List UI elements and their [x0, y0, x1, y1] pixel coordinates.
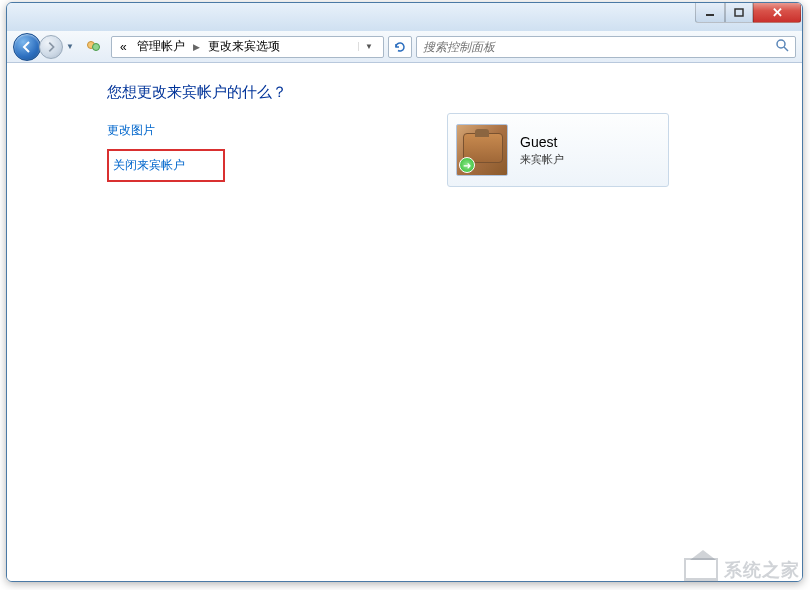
breadcrumb-separator-icon: ▶: [191, 42, 202, 52]
location-icon: [85, 38, 103, 56]
forward-button[interactable]: [39, 35, 63, 59]
svg-rect-1: [735, 9, 743, 16]
nav-history-dropdown[interactable]: ▼: [63, 36, 77, 58]
change-picture-link[interactable]: 更改图片: [107, 120, 447, 141]
maximize-button[interactable]: [725, 3, 753, 23]
account-name: Guest: [520, 134, 564, 150]
breadcrumb-manage-accounts[interactable]: 管理帐户: [133, 38, 189, 55]
account-column: ➜ Guest 来宾帐户: [447, 83, 669, 581]
minimize-button[interactable]: [695, 3, 725, 23]
address-dropdown[interactable]: ▼: [358, 42, 379, 51]
close-button[interactable]: ✕: [753, 3, 801, 23]
guest-account-tile[interactable]: ➜ Guest 来宾帐户: [447, 113, 669, 187]
refresh-button[interactable]: [388, 36, 412, 58]
back-button[interactable]: [13, 33, 41, 61]
account-info: Guest 来宾帐户: [520, 134, 564, 167]
svg-rect-0: [706, 14, 714, 16]
explorer-window: ✕ ▼ « 管理帐户 ▶ 更改来宾选项 ▼: [6, 2, 803, 582]
svg-point-3: [93, 43, 100, 50]
page-title: 您想更改来宾帐户的什么？: [107, 83, 447, 102]
svg-point-4: [777, 40, 785, 48]
navigation-toolbar: ▼ « 管理帐户 ▶ 更改来宾选项 ▼: [7, 31, 802, 63]
nav-buttons: ▼: [13, 33, 77, 61]
svg-line-5: [784, 47, 788, 51]
content-area: 您想更改来宾帐户的什么？ 更改图片 关闭来宾帐户 ➜ Guest 来宾帐户: [7, 63, 802, 581]
search-icon[interactable]: [775, 38, 789, 55]
turn-off-guest-link[interactable]: 关闭来宾帐户: [113, 155, 185, 176]
account-avatar-icon: ➜: [456, 124, 508, 176]
breadcrumb-prefix[interactable]: «: [116, 40, 131, 54]
actions-column: 您想更改来宾帐户的什么？ 更改图片 关闭来宾帐户: [7, 83, 447, 581]
address-bar[interactable]: « 管理帐户 ▶ 更改来宾选项 ▼: [111, 36, 384, 58]
breadcrumb-change-guest-options[interactable]: 更改来宾选项: [204, 38, 284, 55]
window-controls: ✕: [695, 3, 801, 23]
avatar-badge-icon: ➜: [459, 157, 475, 173]
highlight-annotation: 关闭来宾帐户: [107, 149, 225, 182]
search-input[interactable]: [423, 40, 775, 54]
search-box[interactable]: [416, 36, 796, 58]
account-type: 来宾帐户: [520, 152, 564, 167]
window-titlebar: ✕: [7, 3, 802, 31]
